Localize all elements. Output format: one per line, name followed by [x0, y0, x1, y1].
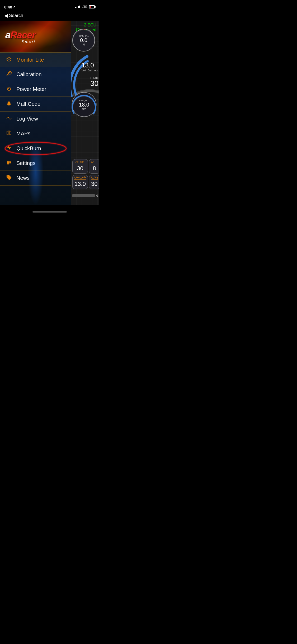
quickburn-label: QuickBurn	[16, 145, 41, 151]
afr-gauge: AFR_W... 18.0 AFR	[71, 91, 98, 118]
data-box-teng: T_Eng 30	[89, 175, 99, 189]
svg-point-10	[7, 161, 9, 162]
volt-reading: 13.0 Volt_Batt_indx	[82, 62, 98, 72]
bell-icon	[5, 100, 13, 108]
signal-bars-icon	[75, 6, 80, 8]
menu-list: Monitor Lite Calibration	[0, 52, 71, 186]
teng2-value: 30	[91, 181, 98, 187]
status-bar: 8:40 ↗ LTE	[0, 0, 99, 12]
teng-label: T_Eng	[90, 76, 98, 79]
aracer-logo: aRacer	[5, 30, 35, 41]
svg-rect-3	[7, 131, 8, 135]
data-boxes: _Air_indx 30 SA 8 t_Batt_indx 13.0 T_Eng…	[71, 159, 99, 189]
data-box-air: _Air_indx 30	[72, 159, 88, 174]
sidebar-item-monitor-lite[interactable]: Monitor Lite	[0, 52, 71, 67]
dashboard-panel: 2 ECU Connected TPS_P... 0.0 %	[71, 21, 99, 205]
svg-point-12	[7, 163, 9, 164]
lte-label: LTE	[82, 5, 87, 9]
sidebar-item-power-meter[interactable]: Power Meter	[0, 82, 71, 97]
sidebar-item-log-view[interactable]: Log View	[0, 112, 71, 126]
tps-name: TPS_P...	[79, 34, 89, 37]
sidebar-item-news[interactable]: News	[0, 171, 71, 186]
sa-label: SA	[91, 160, 98, 164]
log-view-label: Log View	[16, 116, 38, 122]
calibration-label: Calibration	[16, 71, 42, 77]
volt-value: 13.0	[82, 62, 98, 69]
bolt-icon	[5, 145, 13, 152]
progress-value: 0	[96, 194, 98, 197]
teng-value: 30	[90, 79, 98, 88]
batt-value: 13.0	[74, 181, 86, 187]
sidebar-item-settings[interactable]: Settings	[0, 156, 71, 171]
progress-bar: 0	[71, 194, 99, 197]
logo-text: aRacer Smart	[5, 30, 35, 44]
data-box-batt: t_Batt_indx 13.0	[72, 175, 88, 189]
cube-icon	[5, 56, 13, 63]
svg-rect-5	[10, 131, 11, 135]
svg-point-2	[11, 118, 12, 119]
maps-icon	[5, 130, 13, 137]
batt-label: t_Batt_indx	[74, 176, 86, 180]
tag-icon	[5, 174, 13, 182]
back-navigation[interactable]: ◀ Search	[0, 12, 99, 21]
malf-code-label: Malf.Code	[16, 101, 40, 107]
sidebar-item-quickburn[interactable]: QuickBurn	[0, 141, 71, 156]
afr-gauge-label: AFR_W... 18.0 AFR	[79, 99, 89, 110]
sidebar-item-malf-code[interactable]: Malf.Code	[0, 97, 71, 112]
air-value: 30	[74, 165, 86, 172]
volt-label: Volt_Batt_indx	[82, 69, 98, 72]
power-meter-label: Power Meter	[16, 86, 46, 92]
teng-reading: T_Eng 30	[90, 76, 98, 88]
teng2-label: T_Eng	[91, 176, 98, 180]
news-label: News	[16, 175, 30, 181]
sidebar-item-calibration[interactable]: Calibration	[0, 67, 71, 82]
logview-icon	[5, 115, 13, 122]
tps-value: 0.0	[79, 37, 89, 43]
afr-name: AFR_W...	[79, 99, 89, 102]
wrench-icon	[5, 71, 13, 78]
settings-label: Settings	[16, 160, 35, 166]
maps-label: MAPs	[16, 131, 30, 137]
home-indicator	[32, 211, 67, 213]
battery-icon	[89, 5, 95, 8]
air-label: _Air_indx	[74, 160, 86, 164]
settings-icon	[5, 160, 13, 167]
back-label: Search	[9, 13, 23, 18]
svg-rect-4	[8, 131, 10, 135]
svg-point-1	[6, 118, 7, 119]
logo-area: aRacer Smart	[0, 21, 71, 52]
status-time: 8:40 ↗	[4, 5, 15, 9]
progress-track	[72, 194, 95, 197]
main-container: aRacer Smart Monitor Lite	[0, 21, 99, 205]
location-icon: ↗	[13, 6, 15, 8]
data-box-sa: SA 8	[89, 159, 99, 174]
sidebar-item-maps[interactable]: MAPs	[0, 126, 71, 141]
back-arrow-icon: ◀	[4, 13, 8, 19]
sa-value: 8	[91, 165, 98, 172]
status-right-icons: LTE	[75, 5, 95, 9]
afr-value: 18.0	[79, 102, 89, 108]
afr-unit: AFR	[79, 108, 89, 110]
sidebar: aRacer Smart Monitor Lite	[0, 21, 71, 205]
svg-point-11	[9, 162, 11, 163]
speedometer-icon	[5, 86, 13, 93]
monitor-lite-label: Monitor Lite	[16, 57, 44, 63]
